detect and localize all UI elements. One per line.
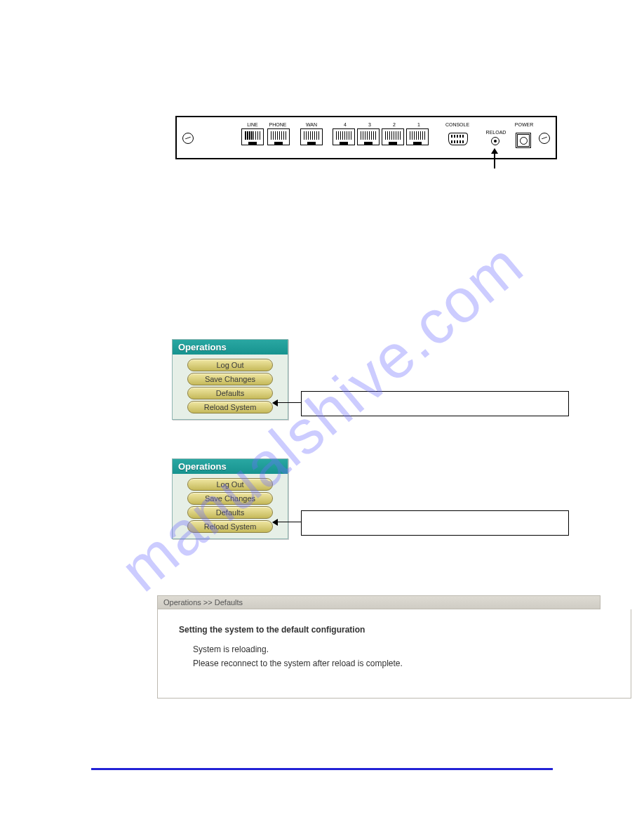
status-breadcrumb: Operations >> Defaults [157,595,601,609]
logout-button[interactable]: Log Out [187,359,273,371]
reload-system-button[interactable]: Reload System [187,401,273,413]
port-power [517,134,530,147]
callout-line [273,522,301,522]
port-label-wan: WAN [306,122,317,127]
port-label-power: POWER [515,122,533,127]
arrow-to-reload [494,149,495,168]
port-label-reload: RELOAD [486,130,507,135]
operations-panel: Operations Log Out Save Changes Defaults… [172,458,288,539]
save-changes-button[interactable]: Save Changes [187,373,273,385]
callout-line [273,402,301,403]
status-heading: Setting the system to the default config… [179,625,610,635]
logout-button[interactable]: Log Out [187,478,273,491]
defaults-button[interactable]: Defaults [187,506,273,519]
status-line: Please reconnect to the system after rel… [193,658,610,668]
reload-button [491,137,499,145]
port-3 [357,128,380,145]
device-rear-panel: LINE PHONE WAN 4 3 2 1 CONSOLE RELOAD PO… [175,116,557,159]
port-label-console: CONSOLE [445,122,469,127]
status-panel: Setting the system to the default config… [157,609,631,699]
operations-header: Operations [173,340,288,355]
port-label-1: 1 [417,122,420,127]
callout-box [301,391,569,416]
port-phone [267,128,290,145]
callout-box [301,510,569,536]
port-label-line: LINE [247,122,258,127]
operations-header: Operations [173,459,288,474]
port-1 [406,128,429,145]
port-label-4: 4 [344,122,347,127]
screw-icon [182,133,194,144]
defaults-button[interactable]: Defaults [187,387,273,399]
footer-divider [91,768,553,770]
port-line [241,128,264,145]
port-4 [333,128,355,145]
screw-icon [539,133,550,144]
save-changes-button[interactable]: Save Changes [187,492,273,505]
status-line: System is reloading. [193,644,610,654]
port-label-phone: PHONE [269,122,287,127]
port-wan [300,128,323,145]
port-label-3: 3 [368,122,371,127]
port-console [448,133,468,145]
port-2 [382,128,404,145]
reload-system-button[interactable]: Reload System [187,520,273,533]
port-label-2: 2 [393,122,396,127]
operations-panel: Operations Log Out Save Changes Defaults… [172,339,288,420]
